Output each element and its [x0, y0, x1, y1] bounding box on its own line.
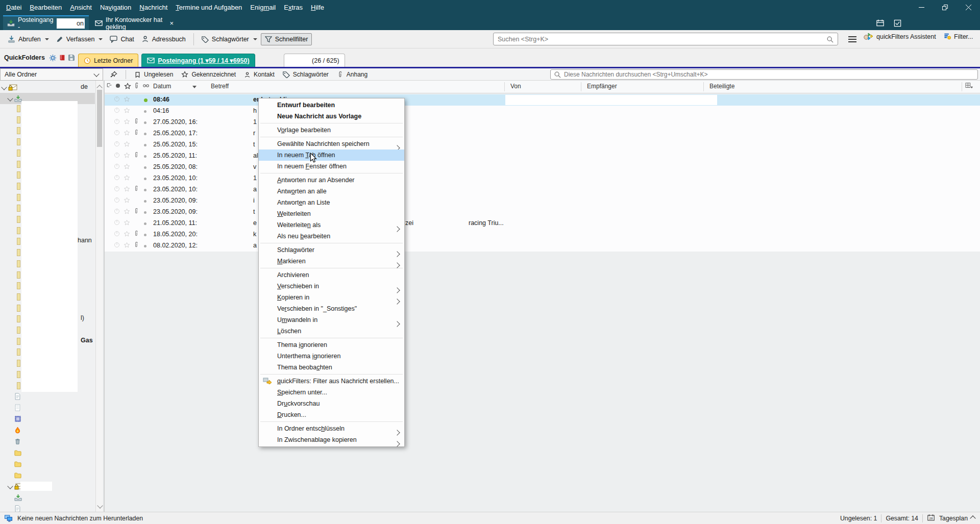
- context-menu-item-quickfilters-filter-aus-nachricht-erstellen[interactable]: quickFilters: Filter aus Nachricht erste…: [259, 376, 404, 387]
- menubar-item-bearbeiten[interactable]: Bearbeiten: [26, 0, 66, 15]
- context-menu-item-neue-nachricht-aus-vorlage[interactable]: Neue Nachricht aus Vorlage: [259, 111, 404, 122]
- context-menu-item-verschieben-in-sonstiges[interactable]: Verschieben in "_Sonstiges": [259, 303, 404, 314]
- folder-pane-scrollbar[interactable]: [95, 81, 103, 512]
- app-menu-button[interactable]: [845, 33, 860, 45]
- read-toggle-icon[interactable]: [114, 163, 120, 171]
- folder-row-junk[interactable]: [0, 469, 103, 481]
- message-row[interactable]: 08.02.2020, 12:a: [105, 240, 980, 252]
- context-menu-item-in-zwischenablage-kopieren[interactable]: In Zwischenablage kopieren: [259, 434, 404, 445]
- menubar-item-nachricht[interactable]: Nachricht: [135, 0, 172, 15]
- read-toggle-icon[interactable]: [114, 96, 120, 104]
- message-row[interactable]: 08:46er hat geklinge: [105, 94, 980, 106]
- column-picker-button[interactable]: [965, 82, 973, 91]
- column-header-star[interactable]: [124, 83, 131, 91]
- dropdown-arrow-icon[interactable]: [253, 38, 257, 40]
- context-menu-item-markieren[interactable]: Markieren: [259, 256, 404, 267]
- folder-row-online-de[interactable]: [0, 481, 95, 492]
- folder-strip[interactable]: [17, 138, 20, 145]
- folder-row-spam-26[interactable]: [0, 425, 103, 436]
- read-toggle-icon[interactable]: [114, 197, 120, 205]
- folder-row-vorlagen[interactable]: [0, 402, 103, 413]
- context-menu-item-archivieren[interactable]: Archivieren: [259, 269, 404, 281]
- context-menu-item-löschen[interactable]: Löschen: [259, 326, 404, 337]
- star-toggle-icon[interactable]: [124, 231, 130, 239]
- folder-strip[interactable]: [17, 216, 20, 223]
- star-toggle-icon[interactable]: [124, 197, 130, 205]
- context-menu-item-drucken[interactable]: Drucken...: [259, 409, 404, 420]
- folder-row-entwürfe[interactable]: [0, 503, 103, 512]
- column-header-von[interactable]: Von: [510, 83, 521, 90]
- context-menu-item-gewählte-nachrichten-speichern[interactable]: Gewählte Nachrichten speichern: [259, 138, 404, 149]
- star-toggle-icon[interactable]: [124, 242, 130, 250]
- message-row[interactable]: 04:16h: [105, 106, 980, 117]
- menubar-item-hilfe[interactable]: Hilfe: [307, 0, 328, 15]
- menubar-item-extras[interactable]: Extras: [280, 0, 307, 15]
- quickfolder-tab-3[interactable]: (26 / 625): [284, 54, 345, 67]
- folder-strip[interactable]: [17, 260, 20, 267]
- star-toggle-icon[interactable]: [124, 96, 130, 104]
- star-toggle-icon[interactable]: [124, 107, 130, 115]
- filter-toggle-gekennzeichnet[interactable]: Gekennzeichnet: [177, 70, 240, 79]
- menubar-item-enigmail[interactable]: Enigmail: [246, 0, 280, 15]
- read-toggle-icon[interactable]: [114, 186, 120, 193]
- star-toggle-icon[interactable]: [124, 219, 130, 228]
- folder-strip[interactable]: [17, 149, 20, 157]
- folder-strip[interactable]: [17, 338, 20, 345]
- filter-toggle-anhang[interactable]: Anhang: [333, 70, 372, 79]
- chat-button[interactable]: Chat: [106, 33, 137, 45]
- tagesplan-toggle[interactable]: Tagesplan: [939, 515, 975, 522]
- minimize-button[interactable]: [910, 0, 933, 15]
- read-toggle-icon[interactable]: [114, 219, 120, 227]
- adressbuch-button[interactable]: Adressbuch: [138, 33, 189, 45]
- context-menu-item-unterthema-ignorieren[interactable]: Unterthema ignorieren: [259, 351, 404, 362]
- folder-strip[interactable]: [17, 371, 20, 378]
- folder-row-gesendet[interactable]: [0, 413, 103, 425]
- restore-button[interactable]: [933, 0, 957, 15]
- message-row[interactable]: 25.05.2020, 17:r: [105, 128, 980, 139]
- close-button[interactable]: [957, 0, 980, 15]
- context-menu-item-umwandeln-in[interactable]: Umwandeln in: [259, 314, 404, 326]
- dropdown-arrow-icon[interactable]: [45, 38, 49, 40]
- column-header-read[interactable]: [115, 83, 120, 90]
- read-toggle-icon[interactable]: [114, 152, 120, 160]
- message-row[interactable]: 25.05.2020, 08:v: [105, 162, 980, 173]
- star-toggle-icon[interactable]: [124, 118, 130, 127]
- message-row[interactable]: 25.05.2020, 15:t: [105, 139, 980, 151]
- column-header-thread[interactable]: [106, 83, 112, 91]
- column-header-glasses[interactable]: [142, 83, 150, 90]
- filter-toggle-ungelesen[interactable]: Ungelesen: [130, 70, 177, 79]
- message-row[interactable]: 23.05.2020, 09:i: [105, 195, 980, 207]
- message-row[interactable]: 21.05.2020, 11:ezeiracing Triu...: [105, 218, 980, 229]
- context-menu-item-in-ordner-entschlüsseln[interactable]: In Ordner entschlüsseln: [259, 423, 404, 434]
- context-menu-item-antworten-nur-an-absender[interactable]: Antworten nur an Absender: [259, 174, 404, 186]
- context-menu-item-antworten-an-alle[interactable]: Antworten an alle: [259, 186, 404, 197]
- filter-button[interactable]: Filter...: [943, 33, 973, 40]
- all-folders-dropdown[interactable]: Alle Ordner: [0, 68, 103, 81]
- read-toggle-icon[interactable]: [114, 141, 120, 148]
- column-header-betreff[interactable]: Betreff: [211, 83, 229, 90]
- context-menu-item-in-neuem-fenster-öffnen[interactable]: In neuem Fenster öffnen: [259, 161, 404, 172]
- verfassen-button[interactable]: Verfassen: [53, 34, 107, 45]
- context-menu-item-kopieren-in[interactable]: Kopieren in: [259, 292, 404, 303]
- folder-row-gesendete-elemente[interactable]: [0, 458, 103, 469]
- column-header-datum[interactable]: Datum: [153, 83, 171, 90]
- twisty-icon[interactable]: [8, 483, 12, 490]
- folder-row-papierkorb[interactable]: [0, 436, 103, 447]
- star-toggle-icon[interactable]: [124, 163, 130, 171]
- message-row[interactable]: 23.05.2020, 10:1: [105, 173, 980, 184]
- menubar-item-navigation[interactable]: Navigation: [96, 0, 135, 15]
- folder-row-posteingang-4[interactable]: [0, 492, 103, 503]
- menubar-item-datei[interactable]: Datei: [2, 0, 26, 15]
- folder-strip[interactable]: [17, 293, 20, 301]
- filter-toggle-schlagwörter[interactable]: Schlagwörter: [279, 70, 333, 79]
- read-toggle-icon[interactable]: [114, 242, 120, 249]
- scroll-down-arrow[interactable]: [98, 501, 102, 510]
- dropdown-arrow-icon[interactable]: [99, 38, 103, 40]
- folder-strip[interactable]: [17, 282, 20, 289]
- folder-strip[interactable]: [17, 116, 20, 123]
- message-search-box[interactable]: [550, 69, 978, 80]
- message-row[interactable]: 23.05.2020, 09:t: [105, 207, 980, 218]
- context-menu-item-antworten-an-liste[interactable]: Antworten an Liste: [259, 197, 404, 208]
- folder-strip[interactable]: [17, 271, 20, 279]
- context-menu-item-entwurf-bearbeiten[interactable]: Entwurf bearbeiten: [259, 99, 404, 111]
